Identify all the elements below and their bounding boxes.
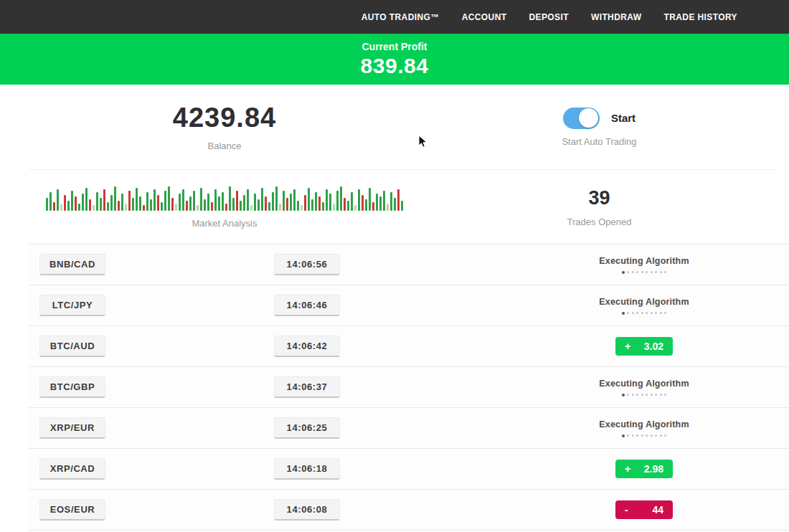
loading-dot [632, 394, 634, 396]
loading-dot [664, 271, 666, 273]
chart-bar [75, 196, 77, 211]
loading-dot [636, 434, 638, 437]
trades-list: BNB/CAD 14:06:56 Executing Algorithm LTC… [29, 244, 789, 531]
trades-opened-block: 39 Trades Opened [420, 170, 778, 244]
chart-bar [336, 191, 339, 211]
chart-bar [139, 196, 141, 211]
market-analysis-block: Market Analysis [29, 170, 420, 244]
loading-dot [636, 394, 638, 396]
chart-bar [261, 188, 263, 211]
nav-trade-history[interactable]: TRADE HISTORY [663, 12, 737, 22]
chart-bar [365, 199, 367, 211]
chart-bar [340, 186, 342, 211]
chart-bar [132, 198, 134, 211]
chart-bar [186, 201, 188, 211]
chart-bar [125, 204, 127, 211]
time-pill: 14:06:37 [274, 376, 340, 398]
chart-bar [236, 191, 238, 211]
nav-account[interactable]: ACCOUNT [462, 12, 507, 22]
pair-pill[interactable]: BNB/CAD [39, 254, 105, 275]
pair-pill[interactable]: EOS/EUR [39, 499, 105, 521]
executing-algorithm-text: Executing Algorithm [599, 297, 689, 307]
chart-bar [46, 198, 48, 211]
chart-bar [89, 199, 91, 211]
chart-bar [168, 186, 170, 211]
chart-bar [372, 202, 374, 211]
chart-bar [93, 205, 95, 211]
loading-dots [622, 271, 667, 274]
trade-row: BTC/GBP 14:06:37 Executing Algorithm [29, 367, 789, 408]
chart-bar [250, 205, 252, 211]
loading-dot [655, 394, 657, 396]
chart-bar [390, 192, 392, 211]
chart-bar [394, 198, 396, 211]
chart-bar [279, 204, 281, 211]
chart-bar [329, 194, 331, 211]
loading-dot [646, 394, 648, 396]
nav-deposit[interactable]: DEPOSIT [529, 12, 568, 22]
chart-bar [308, 188, 310, 211]
loading-dot [641, 434, 643, 437]
loading-dot [660, 434, 662, 437]
chart-bar [272, 192, 274, 211]
loading-dot [641, 312, 643, 314]
chart-bar [143, 205, 145, 211]
pair-pill[interactable]: BTC/GBP [39, 376, 105, 398]
chart-bar [351, 192, 353, 211]
chart-bar [369, 188, 371, 211]
chart-bar [82, 194, 84, 211]
time-pill: 14:06:18 [274, 458, 340, 480]
trade-status-cell: +3.02 [529, 326, 759, 366]
loading-dot [651, 271, 653, 273]
trade-status-cell: -44 [529, 490, 759, 530]
chart-bar [315, 192, 317, 211]
chart-bar [401, 201, 403, 211]
chart-bar [204, 199, 206, 211]
chart-bar [110, 195, 113, 211]
chart-bar [354, 205, 356, 211]
loading-dot [664, 394, 666, 396]
market-analysis-chart [46, 185, 403, 211]
chart-bar [57, 189, 59, 211]
auto-trading-toggle[interactable] [563, 108, 600, 129]
chart-bar [358, 189, 360, 211]
chart-bar [347, 201, 349, 211]
chart-bar [397, 189, 400, 211]
nav-withdraw[interactable]: WITHDRAW [591, 12, 642, 22]
profit-badge: +2.98 [615, 460, 673, 478]
auto-trading-label: Start Auto Trading [562, 136, 636, 147]
trade-row: EOS/EUR 14:06:08 -44 [29, 490, 789, 531]
trade-row: XRP/EUR 14:06:25 Executing Algorithm [29, 408, 789, 449]
toggle-knob [579, 108, 598, 128]
chart-bar [333, 204, 335, 211]
time-pill: 14:06:08 [274, 499, 340, 521]
pair-pill[interactable]: XRP/CAD [39, 458, 105, 480]
loading-dot [660, 271, 662, 273]
pair-pill[interactable]: BTC/AUD [39, 336, 105, 357]
chart-bar [344, 198, 346, 211]
loading-dot [660, 394, 662, 396]
chart-bar [283, 191, 285, 211]
badge-value: 3.02 [644, 341, 663, 352]
pair-pill[interactable]: XRP/EUR [39, 417, 105, 439]
chart-bar [229, 186, 231, 211]
loading-dot [646, 312, 648, 314]
loading-dot [655, 312, 657, 314]
nav-auto-trading[interactable]: AUTO TRADING™ [362, 12, 440, 22]
pair-pill[interactable]: LTC/JPY [39, 295, 105, 316]
chart-bar [211, 202, 213, 211]
trade-status-cell: Executing Algorithm [529, 408, 759, 448]
chart-bar [304, 195, 306, 211]
trade-row: LTC/JPY 14:06:46 Executing Algorithm [29, 285, 789, 326]
loading-dot [660, 312, 662, 314]
loading-dot [622, 271, 625, 274]
loss-badge: -44 [615, 500, 673, 519]
loading-dot [664, 312, 666, 314]
chart-bar [311, 199, 313, 211]
profit-banner: Current Profit 839.84 [0, 34, 789, 85]
loading-dot [627, 312, 629, 314]
loading-dot [622, 312, 625, 315]
chart-bar [100, 198, 102, 211]
chart-bar [387, 204, 389, 211]
chart-bar [67, 201, 70, 211]
